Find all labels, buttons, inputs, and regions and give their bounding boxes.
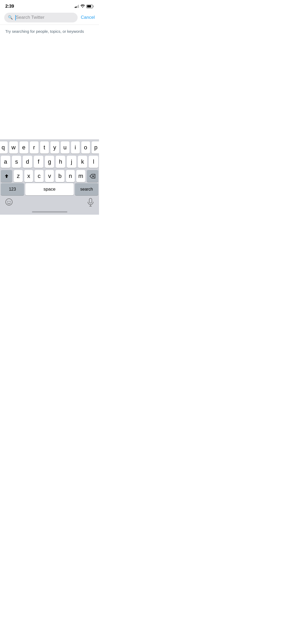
svg-point-2 xyxy=(6,199,12,205)
emoji-button[interactable] xyxy=(5,198,13,208)
search-bar-area: 🔍 Search Twitter Cancel xyxy=(0,11,99,25)
key-space[interactable]: space xyxy=(25,183,74,195)
key-y[interactable]: y xyxy=(50,141,59,154)
key-x[interactable]: x xyxy=(24,170,33,182)
hint-text: Try searching for people, topics, or key… xyxy=(5,29,84,34)
key-h[interactable]: h xyxy=(56,156,65,168)
key-j[interactable]: j xyxy=(67,156,76,168)
key-q[interactable]: q xyxy=(0,141,8,154)
key-i[interactable]: i xyxy=(71,141,80,154)
search-input-wrapper[interactable]: 🔍 Search Twitter xyxy=(4,13,78,22)
key-space-label: space xyxy=(44,187,55,192)
home-bar xyxy=(32,211,67,213)
key-v[interactable]: v xyxy=(45,170,54,182)
key-f[interactable]: f xyxy=(34,156,43,168)
key-k[interactable]: k xyxy=(78,156,87,168)
cancel-button[interactable]: Cancel xyxy=(81,15,95,20)
status-icons xyxy=(75,4,94,9)
key-g[interactable]: g xyxy=(45,156,54,168)
backspace-key[interactable] xyxy=(87,170,98,182)
bottom-key-row: 123 space search xyxy=(0,183,99,196)
status-time: 2:39 xyxy=(5,4,14,9)
key-b[interactable]: b xyxy=(55,170,64,182)
key-m[interactable]: m xyxy=(76,170,85,182)
key-row-1: q w e r t y u i o p xyxy=(1,141,98,154)
search-hint: Try searching for people, topics, or key… xyxy=(0,25,99,38)
keyboard-rows: q w e r t y u i o p a s d f g h j k l xyxy=(0,139,99,183)
svg-point-3 xyxy=(8,201,8,202)
search-magnifier-icon: 🔍 xyxy=(8,15,13,20)
key-123-label: 123 xyxy=(9,187,16,192)
key-a[interactable]: a xyxy=(1,156,10,168)
svg-point-4 xyxy=(10,201,11,202)
key-c[interactable]: c xyxy=(35,170,43,182)
content-area xyxy=(0,38,99,128)
key-row-2: a s d f g h j k l xyxy=(1,156,98,168)
key-t[interactable]: t xyxy=(40,141,49,154)
key-l[interactable]: l xyxy=(89,156,98,168)
key-row-3: z x c v b n m xyxy=(1,170,98,182)
key-p[interactable]: p xyxy=(92,141,99,154)
key-z[interactable]: z xyxy=(14,170,22,182)
search-input[interactable]: Search Twitter xyxy=(15,15,74,20)
home-indicator xyxy=(0,210,99,215)
key-r[interactable]: r xyxy=(30,141,39,154)
shift-key[interactable] xyxy=(1,170,12,182)
key-search-label: search xyxy=(80,187,93,192)
key-search[interactable]: search xyxy=(75,183,98,195)
status-bar: 2:39 xyxy=(0,0,99,11)
keyboard: q w e r t y u i o p a s d f g h j k l xyxy=(0,139,99,215)
search-placeholder: Search Twitter xyxy=(16,15,44,20)
key-o[interactable]: o xyxy=(81,141,90,154)
battery-icon xyxy=(86,5,94,8)
key-s[interactable]: s xyxy=(12,156,21,168)
key-n[interactable]: n xyxy=(66,170,75,182)
key-d[interactable]: d xyxy=(23,156,32,168)
key-123[interactable]: 123 xyxy=(1,183,24,195)
mic-button[interactable] xyxy=(87,198,94,208)
key-e[interactable]: e xyxy=(20,141,28,154)
key-u[interactable]: u xyxy=(61,141,69,154)
key-w[interactable]: w xyxy=(9,141,18,154)
signal-icon xyxy=(75,5,79,8)
emoji-mic-row xyxy=(0,196,99,210)
svg-rect-5 xyxy=(89,198,92,203)
wifi-icon xyxy=(81,4,85,9)
